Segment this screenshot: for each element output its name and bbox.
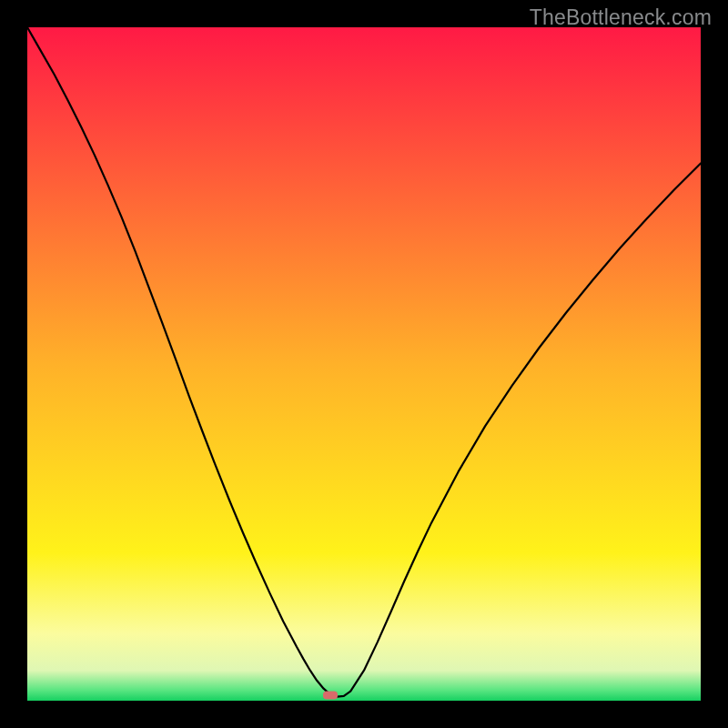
watermark-text: TheBottleneck.com <box>530 5 712 30</box>
chart-frame: TheBottleneck.com <box>0 0 728 728</box>
optimum-marker <box>323 692 338 700</box>
gradient-background <box>27 27 701 701</box>
bottleneck-chart <box>27 27 701 701</box>
